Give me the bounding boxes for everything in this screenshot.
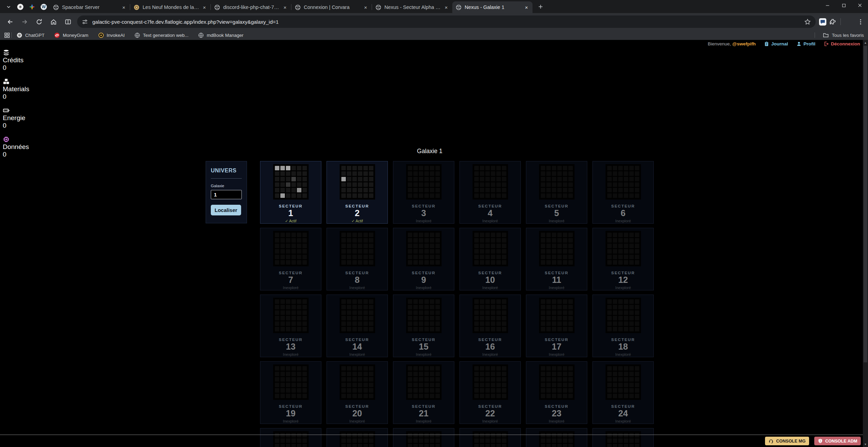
bookmark-item[interactable]: MoneyGram bbox=[54, 32, 88, 38]
window-maximize-button[interactable] bbox=[836, 0, 852, 11]
sector-cell bbox=[568, 166, 573, 170]
console-adm-button[interactable]: CONSOLE ADM bbox=[814, 437, 861, 445]
home-button[interactable] bbox=[47, 15, 60, 28]
tab-close-button[interactable]: × bbox=[282, 4, 288, 11]
tab-title: Les Neuf Mondes de la Mythol bbox=[143, 4, 199, 10]
tab-search-button[interactable] bbox=[3, 2, 14, 12]
tab-close-button[interactable]: × bbox=[121, 4, 127, 11]
tab-close-button[interactable]: × bbox=[443, 4, 450, 11]
sector-card-10[interactable]: SECTEUR 10 Inexploré bbox=[459, 228, 521, 290]
scroll-up-icon[interactable]: ▲ bbox=[863, 40, 868, 45]
browser-tab[interactable]: Nexus - Galaxie 1 × bbox=[452, 1, 533, 13]
profile-avatar[interactable] bbox=[845, 17, 854, 26]
bookmark-star-icon[interactable] bbox=[804, 19, 811, 25]
sector-card-6[interactable]: SECTEUR 6 Inexploré bbox=[592, 161, 654, 224]
galaxie-input[interactable] bbox=[211, 190, 242, 199]
all-bookmarks[interactable]: Tous les favoris bbox=[814, 32, 864, 38]
bookmark-item[interactable]: InvokeAI bbox=[98, 32, 125, 38]
sector-cell bbox=[496, 372, 501, 376]
sector-cell bbox=[629, 321, 634, 326]
sector-cell bbox=[358, 166, 362, 170]
sector-cell bbox=[624, 372, 628, 376]
sector-cell bbox=[552, 327, 556, 331]
header-link-journal[interactable]: Journal bbox=[764, 41, 788, 46]
sector-cell bbox=[352, 188, 357, 192]
pinned-tab[interactable] bbox=[26, 2, 38, 12]
browser-tab[interactable]: Nexus - Secteur Alpha [G1] × bbox=[372, 1, 452, 13]
sector-card-1[interactable]: SECTEUR 1 ✓ Actif bbox=[260, 161, 321, 224]
sector-cell bbox=[291, 327, 296, 331]
sector-cell bbox=[302, 249, 307, 254]
tab-close-button[interactable]: × bbox=[523, 4, 530, 11]
sector-card-18[interactable]: SECTEUR 18 Inexploré bbox=[592, 295, 654, 357]
sector-cell bbox=[435, 255, 440, 259]
browser-tab[interactable]: Connexion | Corvara × bbox=[291, 1, 372, 13]
address-bar[interactable]: galactic-pve-conquest-c7fe.dev.flatlogic… bbox=[77, 15, 816, 28]
sector-card-24[interactable]: SECTEUR 24 Inexploré bbox=[592, 361, 654, 424]
new-tab-button[interactable] bbox=[535, 1, 546, 12]
sector-card-14[interactable]: SECTEUR 14 Inexploré bbox=[327, 295, 388, 357]
extension-chat-icon[interactable] bbox=[818, 18, 827, 26]
extensions-puzzle-icon[interactable] bbox=[829, 18, 836, 25]
localiser-button[interactable]: Localiser bbox=[211, 205, 241, 215]
sector-card-13[interactable]: SECTEUR 13 Inexploré bbox=[260, 295, 321, 357]
sector-cell bbox=[618, 193, 623, 198]
vertical-scrollbar[interactable]: ▲ ▼ bbox=[863, 40, 868, 447]
header-link-profil[interactable]: Profil bbox=[796, 41, 816, 46]
sector-cell bbox=[363, 238, 368, 243]
sector-card-16[interactable]: SECTEUR 16 Inexploré bbox=[459, 295, 521, 357]
pinned-tab[interactable]: W bbox=[38, 2, 50, 12]
browser-tab[interactable]: Spacebar Server × bbox=[50, 1, 130, 13]
sector-card-11[interactable]: SECTEUR 11 Inexploré bbox=[526, 228, 587, 290]
sector-card-15[interactable]: SECTEUR 15 Inexploré bbox=[393, 295, 454, 357]
sector-card-21[interactable]: SECTEUR 21 Inexploré bbox=[393, 361, 454, 424]
reload-button[interactable] bbox=[32, 15, 45, 28]
window-close-button[interactable] bbox=[852, 0, 868, 11]
browser-menu-icon[interactable] bbox=[857, 19, 864, 25]
sector-card-19[interactable]: SECTEUR 19 Inexploré bbox=[260, 361, 321, 424]
scrollbar-thumb[interactable] bbox=[864, 46, 867, 362]
sector-cell bbox=[408, 188, 412, 192]
sector-cell bbox=[358, 233, 362, 237]
sector-minimap bbox=[539, 298, 575, 333]
window-minimize-button[interactable] bbox=[819, 0, 836, 11]
scroll-down-icon[interactable]: ▼ bbox=[863, 441, 868, 447]
sector-number: 2 bbox=[355, 209, 360, 218]
sector-cell bbox=[618, 388, 623, 393]
sector-cell bbox=[286, 233, 290, 237]
apps-grid-icon[interactable] bbox=[4, 32, 10, 38]
browser-tab[interactable]: discord-like-php-chat-7262.dev × bbox=[211, 1, 291, 13]
sector-cell bbox=[408, 316, 412, 320]
forward-button[interactable] bbox=[18, 15, 31, 28]
sector-card-2[interactable]: SECTEUR 2 ✓ Actif bbox=[327, 161, 388, 224]
browser-tab[interactable]: Les Neuf Mondes de la Mythol × bbox=[130, 1, 210, 13]
sector-card-4[interactable]: SECTEUR 4 Inexploré bbox=[459, 161, 521, 224]
tab-close-button[interactable]: × bbox=[362, 4, 369, 11]
pinned-tab[interactable] bbox=[14, 2, 26, 12]
sector-cell bbox=[624, 316, 628, 320]
bookmark-item[interactable]: mdBook Manager bbox=[198, 32, 244, 38]
sector-cell bbox=[546, 316, 551, 320]
sector-card-8[interactable]: SECTEUR 8 Inexploré bbox=[327, 228, 388, 290]
sector-card-17[interactable]: SECTEUR 17 Inexploré bbox=[526, 295, 587, 357]
tab-close-button[interactable]: × bbox=[201, 4, 208, 11]
sector-card-7[interactable]: SECTEUR 7 Inexploré bbox=[260, 228, 321, 290]
bookmark-item[interactable]: Text generation web... bbox=[134, 32, 188, 38]
split-view-button[interactable] bbox=[61, 15, 74, 28]
sector-cell bbox=[568, 238, 573, 243]
sector-card-20[interactable]: SECTEUR 20 Inexploré bbox=[327, 361, 388, 424]
sector-card-5[interactable]: SECTEUR 5 Inexploré bbox=[526, 161, 587, 224]
back-button[interactable] bbox=[3, 15, 17, 28]
header-link-dconnexion[interactable]: Déconnexion bbox=[824, 41, 860, 46]
site-settings-icon[interactable] bbox=[82, 19, 88, 25]
sector-card-12[interactable]: SECTEUR 12 Inexploré bbox=[592, 228, 654, 290]
bookmark-item[interactable]: ChatGPT bbox=[17, 32, 44, 38]
sector-minimap bbox=[473, 364, 508, 400]
sector-card-23[interactable]: SECTEUR 23 Inexploré bbox=[526, 361, 587, 424]
sector-card-3[interactable]: SECTEUR 3 Inexploré bbox=[393, 161, 454, 224]
sector-cell bbox=[363, 244, 368, 248]
sector-cell bbox=[491, 244, 495, 248]
sector-card-9[interactable]: SECTEUR 9 Inexploré bbox=[393, 228, 454, 290]
sector-card-22[interactable]: SECTEUR 22 Inexploré bbox=[459, 361, 521, 424]
console-mg-button[interactable]: CONSOLE MG bbox=[765, 437, 809, 445]
